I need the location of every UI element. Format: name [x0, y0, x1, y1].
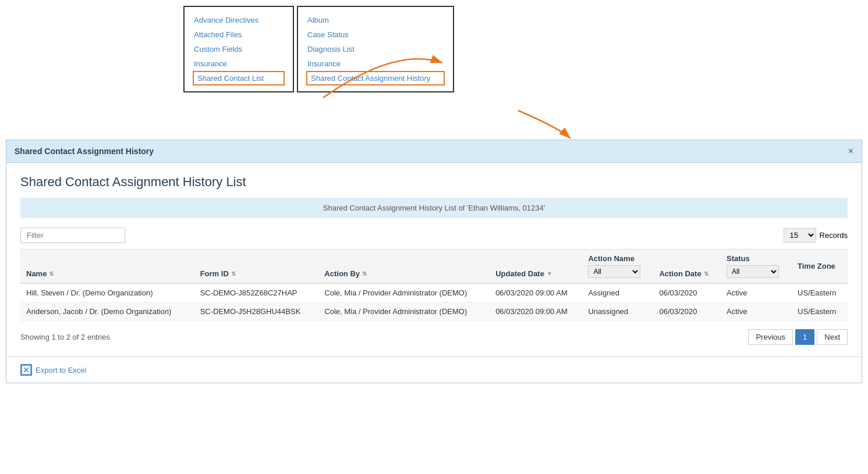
- table-controls: 15 25 50 100 Records: [20, 227, 848, 243]
- col-time-zone-label: Time Zone: [798, 262, 835, 270]
- col-action-by-sort-icon[interactable]: ⇅: [362, 270, 367, 277]
- export-label: Export to Excel: [36, 366, 86, 375]
- modal-footer: Export to Excel: [6, 357, 862, 383]
- filter-input[interactable]: [20, 227, 125, 243]
- pagination-info: Showing 1 to 2 of 2 entries: [20, 333, 110, 341]
- col-header-updated-date: Updated Date ▼: [490, 250, 582, 284]
- table-cell: Active: [721, 302, 792, 321]
- export-to-excel-link[interactable]: Export to Excel: [20, 364, 848, 376]
- modal-body: Shared Contact Assignment History List S…: [6, 163, 862, 357]
- menu-item-case-status[interactable]: Case Status: [306, 27, 445, 42]
- modal-header-title: Shared Contact Assignment History: [15, 147, 154, 156]
- modal-close-button[interactable]: ×: [848, 146, 853, 156]
- modal-container: Shared Contact Assignment History × Shar…: [6, 140, 862, 383]
- table-cell: SC-DEMO-J852Z68C27HAP: [194, 283, 319, 302]
- annotation-area: Advance Directives Attached Files Custom…: [0, 0, 868, 140]
- table-body: Hill, Steven / Dr. (Demo Organization)SC…: [20, 283, 848, 321]
- previous-button[interactable]: Previous: [748, 329, 793, 345]
- table-cell: US/Eastern: [792, 302, 848, 321]
- pagination-controls: Previous 1 Next: [748, 329, 848, 345]
- next-button[interactable]: Next: [817, 329, 848, 345]
- table-cell: 06/03/2020 09:00 AM: [490, 283, 582, 302]
- col-updated-date-label: Updated Date: [495, 269, 544, 278]
- pagination-bar: Showing 1 to 2 of 2 entries Previous 1 N…: [20, 329, 848, 345]
- table-cell: Assigned: [582, 283, 653, 302]
- list-title: Shared Contact Assignment History List: [20, 174, 848, 190]
- menu-item-insurance-right[interactable]: Insurance: [306, 56, 445, 71]
- menu-item-shared-contact-assignment-history[interactable]: Shared Contact Assignment History: [306, 71, 445, 85]
- menu-item-diagnosis-list[interactable]: Diagnosis List: [306, 42, 445, 56]
- right-menu-box: Album Case Status Diagnosis List Insuran…: [297, 6, 454, 92]
- table-cell: SC-DEMO-J5H28GHU44BSK: [194, 302, 319, 321]
- records-label: Records: [820, 231, 848, 240]
- info-bar: Shared Contact Assignment History List o…: [20, 198, 848, 218]
- col-header-action-date: Action Date ⇅: [653, 250, 721, 284]
- modal-header: Shared Contact Assignment History ×: [6, 140, 862, 163]
- col-header-time-zone: Time Zone: [792, 250, 848, 284]
- col-header-action-name: Action Name All Assigned Unassigned: [582, 250, 653, 284]
- col-form-id-label: Form ID: [200, 269, 229, 278]
- left-menu-box: Advance Directives Attached Files Custom…: [183, 6, 294, 92]
- menu-item-custom-fields[interactable]: Custom Fields: [193, 42, 285, 56]
- menu-item-album[interactable]: Album: [306, 13, 445, 27]
- export-icon: [20, 364, 32, 376]
- table-cell: 06/03/2020: [653, 283, 721, 302]
- table-cell: Active: [721, 283, 792, 302]
- col-name-sort-icon[interactable]: ⇅: [49, 270, 54, 277]
- col-header-action-by: Action By ⇅: [318, 250, 490, 284]
- col-header-form-id: Form ID ⇅: [194, 250, 319, 284]
- table-cell: 06/03/2020 09:00 AM: [490, 302, 582, 321]
- menu-item-shared-contact-list[interactable]: Shared Contact List: [193, 71, 285, 85]
- col-updated-date-sort-icon[interactable]: ▼: [547, 270, 552, 277]
- status-filter-select[interactable]: All Active Inactive: [727, 265, 779, 278]
- table-cell: Unassigned: [582, 302, 653, 321]
- action-name-filter-select[interactable]: All Assigned Unassigned: [588, 265, 640, 278]
- col-status-label: Status: [727, 254, 750, 263]
- table-cell: US/Eastern: [792, 283, 848, 302]
- records-per-page-select[interactable]: 15 25 50 100: [784, 228, 816, 243]
- col-header-status: Status All Active Inactive: [721, 250, 792, 284]
- table-cell: Anderson, Jacob / Dr. (Demo Organization…: [20, 302, 194, 321]
- menu-item-advance-directives[interactable]: Advance Directives: [193, 13, 285, 27]
- records-control: 15 25 50 100 Records: [784, 228, 848, 243]
- col-action-by-label: Action By: [324, 269, 360, 278]
- col-form-id-sort-icon[interactable]: ⇅: [231, 270, 236, 277]
- col-action-date-label: Action Date: [659, 269, 701, 278]
- table-cell: Cole, Mia / Provider Administrator (DEMO…: [318, 283, 490, 302]
- col-action-date-sort-icon[interactable]: ⇅: [704, 270, 708, 277]
- data-table: Name ⇅ Form ID ⇅ Action By ⇅: [20, 249, 848, 321]
- page-1-button[interactable]: 1: [795, 329, 814, 345]
- table-cell: Cole, Mia / Provider Administrator (DEMO…: [318, 302, 490, 321]
- menu-item-insurance[interactable]: Insurance: [193, 56, 285, 71]
- col-header-name: Name ⇅: [20, 250, 194, 284]
- table-row: Anderson, Jacob / Dr. (Demo Organization…: [20, 302, 848, 321]
- table-cell: Hill, Steven / Dr. (Demo Organization): [20, 283, 194, 302]
- table-cell: 06/03/2020: [653, 302, 721, 321]
- table-row: Hill, Steven / Dr. (Demo Organization)SC…: [20, 283, 848, 302]
- menu-item-attached-files[interactable]: Attached Files: [193, 27, 285, 42]
- table-header-row: Name ⇅ Form ID ⇅ Action By ⇅: [20, 250, 848, 284]
- col-action-name-label: Action Name: [588, 254, 634, 263]
- col-name-label: Name: [26, 269, 47, 278]
